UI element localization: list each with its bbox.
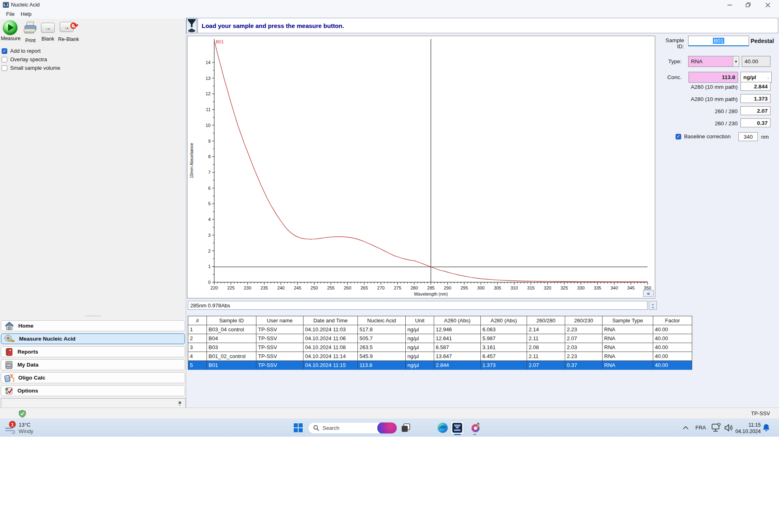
print-button[interactable]: Print [21,20,40,43]
tray-expand-button[interactable] [683,424,689,431]
conc-value: 113.8 [689,74,738,80]
absorbance-spectrum-chart[interactable]: 2202252302352402452502552602652702752802… [187,36,655,298]
table-cell: 40.00 [653,334,692,343]
measure-label: Measure [1,36,19,41]
unit-dropdown[interactable]: ng/µl ⌄ [740,72,772,83]
sidebar-item-reports[interactable]: Reports [1,346,185,357]
ratio-260-230-value: 0.37 [741,120,770,126]
column-header[interactable]: Sample ID [207,316,256,325]
column-header[interactable]: A280 (Abs) [481,316,527,325]
edge-browser-button[interactable] [436,421,450,435]
splitter-handle[interactable]: ▪▪▪▪▪▪▪▪▪▪ [77,315,110,317]
checkbox-icon [2,57,7,62]
column-header[interactable]: 260/280 [527,316,565,325]
conc-field[interactable]: 113.8 [689,72,738,83]
table-cell: ng/µl [406,361,434,370]
nucleic-acid-app-button[interactable] [450,421,464,435]
column-header[interactable]: Sample Type [603,316,653,325]
title-bar: Nucleic Acid [0,0,779,10]
chevron-down-icon[interactable]: ▼ [733,56,739,66]
crosshair[interactable] [214,39,648,282]
ratio-260-280-label: 260 / 280 [673,108,738,114]
table-cell: RNA [603,361,653,370]
table-cell: 2.08 [527,343,565,352]
table-cell: TP-SSV [256,352,303,361]
table-row[interactable]: 2B04TP-SSV04.10.2024 11:06505.7ng/µl12.6… [188,334,692,343]
svg-text:345: 345 [627,285,635,290]
svg-text:265: 265 [361,285,368,290]
sidebar-item-home[interactable]: Home [1,320,185,331]
add-to-report-checkbox[interactable]: ✓ Add to report [2,47,41,54]
x-axis-label: Wavelength (nm) [414,292,448,296]
svg-text:310: 310 [510,285,518,290]
collapse-left-button[interactable]: « [643,290,654,297]
spectrum-chart-panel[interactable]: 2202252302352402452502552602652702752802… [187,36,655,298]
a260-field: 2.844 [740,82,770,91]
baseline-wavelength-input[interactable]: 340 [738,132,758,141]
column-header[interactable]: Factor [653,316,692,325]
ratio-260-280-field: 2.07 [740,106,770,115]
svg-text:305: 305 [494,285,501,290]
column-header[interactable]: Nucleic Acid [358,316,406,325]
table-row[interactable]: 5B01TP-SSV04.10.2024 11:15113.8ng/µl2.84… [188,361,692,370]
column-header[interactable]: A260 (Abs) [434,316,481,325]
svg-text:0: 0 [208,280,211,285]
minimize-button[interactable] [721,0,739,10]
table-cell: 0.37 [565,361,603,370]
close-button[interactable] [757,0,778,10]
sidebar-item-label: Home [18,323,34,329]
current-user: TP-SSV [751,410,770,416]
svg-text:300: 300 [477,285,484,290]
sidebar-collapse-bar[interactable]: »ˇ [1,398,186,408]
small-sample-volume-checkbox[interactable]: Small sample volume [2,64,60,71]
restore-button[interactable] [739,0,757,10]
table-cell: B03_04 control [207,325,256,334]
table-row[interactable]: 4B01_02_controlTP-SSV04.10.2024 11:14545… [188,352,692,361]
task-view-button[interactable] [399,421,413,435]
baseline-correction-checkbox[interactable]: ✓ Baseline correction [676,133,731,140]
column-header[interactable]: 260/230 [565,316,603,325]
chevron-more-icon: »ˇ [178,399,181,407]
menu-help[interactable]: Help [18,10,34,20]
svg-text:6: 6 [208,186,211,191]
column-header[interactable]: User name [256,316,303,325]
sidebar-item-options[interactable]: Options [1,385,185,396]
column-header[interactable]: Date and Time [303,316,358,325]
menu-file[interactable]: File [3,10,17,20]
type-factor-field[interactable]: 40.00 [742,56,770,67]
notifications-button[interactable] [762,424,770,433]
app-status-bar: TP-SSV [0,408,779,418]
overlay-spectra-checkbox[interactable]: Overlay spectra [2,56,47,63]
sidebar-item-measure-nucleic-acid[interactable]: Measure Nucleic Acid [1,333,185,344]
chevron-up-icon [683,426,689,430]
svg-text:255: 255 [327,285,334,290]
network-icon [711,423,722,433]
table-cell: B04 [207,334,256,343]
sample-id-input[interactable]: B01 [688,36,749,46]
taskbar-search[interactable]: Search [308,422,397,434]
blank-button[interactable]: → Blank [40,20,56,43]
measure-button[interactable]: Measure [1,20,19,43]
column-header[interactable]: # [188,316,207,325]
paint-app-button[interactable] [469,421,483,435]
svg-text:13: 13 [206,76,211,81]
running-app-indicator [473,434,476,435]
sidebar-item-oligo-calc[interactable]: Oligo Calc [1,372,185,383]
table-row[interactable]: 1B03_04 controlTP-SSV04.10.2024 11:03517… [188,325,692,334]
network-button[interactable] [711,423,722,434]
weather-widget[interactable]: 1 13°C Windy [4,420,53,435]
table-row[interactable]: 3B03TP-SSV04.10.2024 11:08263.5ng/µl6.58… [188,343,692,352]
measure-tape-icon [4,335,15,343]
type-dropdown[interactable]: RNA ▼ [688,56,739,67]
table-cell: B03 [207,343,256,352]
clock[interactable]: 11:15 04.10.2024 [735,422,761,435]
sidebar-item-my-data[interactable]: My Data [1,359,185,370]
volume-button[interactable] [724,424,733,433]
security-shield-icon [19,410,26,418]
language-indicator[interactable]: FRA [695,425,706,431]
reblank-button[interactable]: → ⟳ Re-Blank [58,20,80,43]
column-header[interactable]: Unit [406,316,434,325]
start-button[interactable] [291,421,305,435]
bell-icon [762,424,770,432]
expand-down-button[interactable]: ⌄⌄ [649,301,657,310]
